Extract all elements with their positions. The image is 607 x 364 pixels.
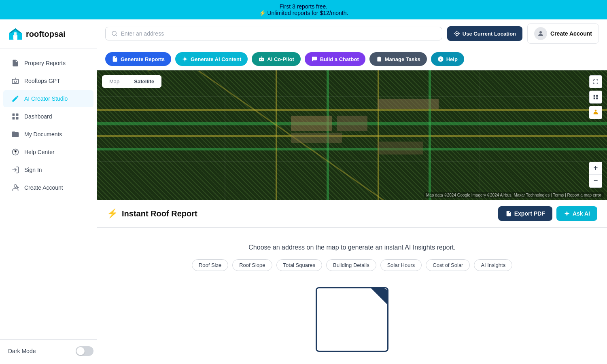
dark-mode-toggle[interactable]: [76, 346, 93, 356]
sidebar-bottom: Dark Mode: [0, 339, 97, 364]
sidebar-item-label-help-center: Help Center: [24, 149, 55, 155]
folder-icon: [11, 130, 19, 138]
svg-point-13: [15, 153, 16, 154]
doc-shape: [316, 287, 388, 352]
sidebar-item-sign-in[interactable]: Sign In: [3, 161, 93, 178]
search-input[interactable]: [121, 30, 436, 37]
tasks-icon: [376, 56, 382, 62]
help-icon: [11, 148, 19, 156]
sidebar-item-property-reports[interactable]: Propery Reports: [3, 55, 93, 72]
sidebar-item-label-ai-creator-studio: AI Creator Studio: [24, 95, 68, 102]
svg-rect-9: [16, 114, 19, 116]
sidebar-item-label-dashboard: Dashboard: [24, 113, 52, 120]
map-tabs: Map Satellite: [102, 75, 161, 88]
toggle-knob: [76, 347, 85, 355]
help-button[interactable]: Help: [431, 52, 464, 66]
use-location-button[interactable]: Use Current Location: [447, 26, 522, 41]
fullscreen-icon: [593, 79, 599, 85]
sidebar-item-label-property-reports: Propery Reports: [24, 60, 66, 66]
robot-icon: [258, 56, 265, 62]
report-title-text: Instant Roof Report: [122, 209, 197, 218]
svg-point-7: [15, 78, 16, 78]
avatar: [534, 27, 547, 40]
svg-point-15: [14, 185, 17, 188]
map-tab-map-label: Map: [109, 78, 119, 85]
tag-total-squares[interactable]: Total Squares: [276, 259, 323, 271]
map-attribution: Map data ©2024 Google Imagery ©2024 Airb…: [424, 192, 604, 198]
svg-point-24: [262, 59, 263, 60]
sidebar-item-my-documents[interactable]: My Documents: [3, 126, 93, 143]
build-chatbot-label: Build a Chatbot: [320, 56, 359, 62]
generate-ai-content-button[interactable]: Generate AI Content: [175, 52, 248, 66]
help-label: Help: [446, 56, 458, 62]
map-container[interactable]: Map Satellite: [97, 70, 607, 200]
tag-ai-insights[interactable]: AI Insights: [474, 259, 512, 271]
sidebar-item-label-create-account: Create Account: [24, 184, 63, 191]
map-controls-right: [589, 75, 602, 119]
doc-illustration: [107, 287, 597, 352]
map-street-view-button[interactable]: [589, 106, 602, 119]
bot-icon: [11, 77, 19, 85]
banner-line2: ⚡ Unlimited reports for $12/month.: [259, 10, 348, 16]
tag-solar-hours[interactable]: Solar Hours: [380, 259, 422, 271]
svg-rect-30: [596, 97, 598, 99]
info-icon: [437, 56, 444, 62]
manage-tasks-button[interactable]: Manage Tasks: [369, 52, 427, 66]
report-header: ⚡ Instant Roof Report Export PDF Ask AI: [97, 200, 607, 228]
map-zoom-in-button[interactable]: +: [589, 162, 602, 175]
svg-rect-29: [594, 97, 595, 99]
generate-reports-label: Generate Reports: [121, 56, 165, 62]
top-banner: First 3 reports free. ⚡ Unlimited report…: [0, 0, 607, 19]
svg-point-19: [456, 33, 458, 34]
bolt-icon: ⚡: [107, 208, 118, 219]
build-chatbot-button[interactable]: Build a Chatbot: [305, 52, 365, 66]
svg-rect-27: [594, 95, 595, 97]
dashboard-icon: [11, 112, 19, 121]
chat-icon: [311, 56, 318, 62]
sidebar: rooftopsai Propery Reports Rooftops GPT …: [0, 19, 97, 364]
use-location-label: Use Current Location: [463, 31, 516, 37]
sidebar-item-rooftops-gpt[interactable]: Rooftops GPT: [3, 72, 93, 89]
create-account-header-label: Create Account: [550, 30, 592, 37]
logo-icon: [8, 27, 23, 41]
logo-text: rooftopsai: [26, 30, 66, 39]
tag-pills: Roof Size Roof Slope Total Squares Build…: [107, 259, 597, 271]
report-section: ⚡ Instant Roof Report Export PDF Ask AI …: [97, 200, 607, 364]
tag-roof-size[interactable]: Roof Size: [192, 259, 228, 271]
svg-point-6: [16, 81, 17, 82]
sidebar-item-dashboard[interactable]: Dashboard: [3, 108, 93, 125]
map-tab-satellite[interactable]: Satellite: [127, 75, 161, 88]
map-zoom-out-button[interactable]: −: [589, 175, 602, 188]
export-pdf-button[interactable]: Export PDF: [498, 206, 552, 221]
sidebar-item-label-rooftops-gpt: Rooftops GPT: [24, 78, 60, 84]
location-icon: [454, 30, 460, 37]
tag-roof-slope[interactable]: Roof Slope: [232, 259, 272, 271]
search-icon: [111, 30, 118, 37]
add-user-icon: [11, 184, 19, 192]
create-account-header-button[interactable]: Create Account: [527, 23, 599, 44]
map-tab-satellite-label: Satellite: [134, 78, 154, 85]
ai-copilot-button[interactable]: AI Co-Pilot: [252, 52, 300, 66]
svg-point-25: [261, 56, 262, 57]
logo: rooftopsai: [0, 19, 97, 49]
dark-mode-label: Dark Mode: [8, 348, 36, 354]
map-fullscreen-button[interactable]: [589, 75, 602, 88]
svg-rect-8: [13, 114, 15, 116]
svg-point-21: [539, 31, 542, 34]
ask-ai-icon: [564, 210, 570, 217]
sidebar-item-help-center[interactable]: Help Center: [3, 144, 93, 161]
tag-building-details[interactable]: Building Details: [326, 259, 376, 271]
map-grid-button[interactable]: [589, 91, 602, 104]
sidebar-item-ai-creator-studio[interactable]: AI Creator Studio: [3, 90, 93, 107]
generate-reports-button[interactable]: Generate Reports: [105, 52, 171, 66]
tag-cost-of-solar[interactable]: Cost of Solar: [426, 259, 470, 271]
ai-copilot-label: AI Co-Pilot: [267, 56, 294, 62]
person-icon: [537, 30, 544, 37]
map-satellite: [97, 70, 607, 200]
report-title: ⚡ Instant Roof Report: [107, 208, 197, 219]
sidebar-item-create-account[interactable]: Create Account: [3, 179, 93, 196]
search-box[interactable]: [105, 27, 442, 40]
svg-rect-22: [259, 58, 264, 61]
map-tab-map[interactable]: Map: [102, 75, 127, 88]
ask-ai-button[interactable]: Ask AI: [556, 206, 597, 221]
